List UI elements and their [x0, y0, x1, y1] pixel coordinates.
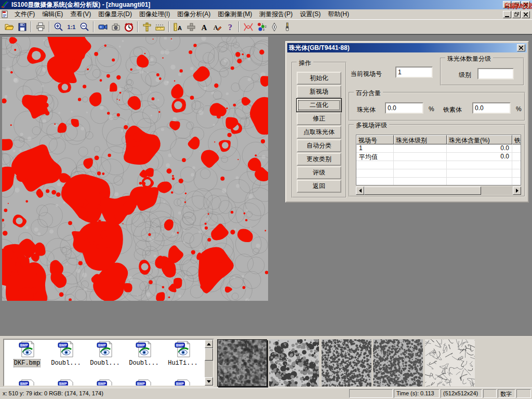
- child-close-button[interactable]: [522, 11, 530, 18]
- auto-classify-button[interactable]: 自动分类: [297, 139, 341, 152]
- dialog-title-bar[interactable]: 珠光体(GB/T9441-88): [287, 43, 527, 52]
- file-item-partial[interactable]: BMP: [9, 379, 45, 385]
- scrollbar-thumb[interactable]: [364, 187, 481, 195]
- file-item[interactable]: BMP Doubl...: [48, 341, 84, 367]
- annotate-button[interactable]: A: [210, 21, 223, 33]
- header-pearlite-grade[interactable]: 珠光体级别: [394, 135, 447, 144]
- metallographic-image[interactable]: [2, 37, 268, 301]
- scroll-down-button[interactable]: [205, 377, 213, 385]
- file-name[interactable]: HuiTi...: [168, 360, 198, 367]
- header-view-no[interactable]: 视场号: [356, 135, 394, 144]
- toolbar-separator: [168, 21, 169, 32]
- pen-button[interactable]: [268, 21, 281, 33]
- menu-settings[interactable]: 设置(S): [296, 9, 324, 20]
- pick-pearlite-button[interactable]: 点取珠光体: [297, 126, 341, 139]
- file-list[interactable]: BMP DKF.bmp BMP Doubl...: [3, 339, 214, 387]
- text-button[interactable]: A: [197, 21, 210, 33]
- zoom-in-button[interactable]: [52, 21, 65, 33]
- file-item-partial[interactable]: BMP: [87, 379, 123, 385]
- save-button[interactable]: [16, 21, 29, 33]
- ferrite-label: 铁素体: [443, 105, 462, 114]
- current-view-input[interactable]: [395, 66, 433, 78]
- operations-group-label: 操作: [297, 59, 313, 68]
- table-row[interactable]: 1 0.0: [356, 144, 521, 153]
- menu-image-measure[interactable]: 图像测量(M): [214, 9, 256, 20]
- menu-file[interactable]: 文件(F): [11, 9, 38, 20]
- file-name[interactable]: Doubl...: [129, 360, 159, 367]
- menu-edit[interactable]: 编辑(E): [38, 9, 66, 20]
- file-item[interactable]: BMP DKF.bmp: [9, 341, 45, 367]
- thumbnail-image-2[interactable]: [269, 339, 319, 387]
- menu-help[interactable]: 帮助(H): [324, 9, 353, 20]
- file-name[interactable]: Doubl...: [51, 360, 81, 367]
- camera-capture-button[interactable]: [109, 21, 122, 33]
- svg-text:2: 2: [265, 25, 267, 28]
- scroll-left-button[interactable]: [356, 187, 364, 195]
- thumbnail-image-5[interactable]: [425, 339, 475, 387]
- bmp-file-icon: BMP: [97, 341, 113, 357]
- actual-size-button[interactable]: 1:1: [65, 21, 78, 33]
- menu-image-display[interactable]: 图像显示(D): [95, 9, 136, 20]
- file-list-scrollbar[interactable]: [205, 340, 213, 385]
- document-icon[interactable]: [1, 10, 9, 18]
- multi-view-table[interactable]: 视场号 珠光体级别 珠光体含量(%) 铁素体含量(%) 1 0.0 平均值: [356, 135, 521, 185]
- bmp-file-icon: BMP: [19, 341, 35, 357]
- file-item[interactable]: BMP HuiTi...: [165, 341, 201, 367]
- scroll-up-button[interactable]: [205, 340, 213, 348]
- zoom-out-button[interactable]: [78, 21, 91, 33]
- thumbnail-image-3[interactable]: [322, 339, 371, 387]
- file-item[interactable]: BMP Doubl...: [126, 341, 162, 367]
- menu-image-process[interactable]: 图像处理(I): [136, 9, 174, 20]
- initialize-button[interactable]: 初始化: [297, 72, 341, 85]
- file-item-partial[interactable]: BMP: [126, 379, 162, 385]
- video-capture-button[interactable]: [96, 21, 109, 33]
- return-button[interactable]: 返回: [297, 180, 341, 193]
- dialog-close-button[interactable]: [517, 44, 525, 51]
- grade-input[interactable]: [477, 68, 514, 79]
- child-minimize-button[interactable]: [503, 11, 511, 18]
- header-pearlite-content[interactable]: 珠光体含量(%): [447, 135, 512, 144]
- table-row-empty: [356, 169, 521, 178]
- file-name[interactable]: Doubl...: [90, 360, 120, 367]
- new-view-button[interactable]: 新视场: [297, 85, 341, 98]
- table-horizontal-scrollbar[interactable]: [356, 187, 521, 195]
- measure-text-button[interactable]: A: [171, 21, 184, 33]
- status-panel-empty: [483, 389, 497, 398]
- scroll-right-button[interactable]: [513, 187, 521, 195]
- multi-view-group-label: 多视场评级: [354, 121, 389, 130]
- file-item-partial[interactable]: BMP: [165, 379, 201, 385]
- scrollbar-thumb[interactable]: [205, 348, 213, 361]
- merge-grid-button[interactable]: [184, 21, 197, 33]
- save-floppy-icon: [17, 22, 28, 32]
- timer-button[interactable]: [122, 21, 135, 33]
- caliper-button[interactable]: [140, 21, 153, 33]
- thumbnail-image-1[interactable]: [217, 339, 267, 387]
- menu-measure-report[interactable]: 测量报告(P): [256, 9, 296, 20]
- header-ferrite-content[interactable]: 铁素体含量(%): [512, 135, 521, 144]
- print-button[interactable]: [34, 21, 47, 33]
- video-camera-icon: [98, 22, 108, 32]
- brush-button[interactable]: [281, 21, 294, 33]
- ferrite-percent-input[interactable]: [472, 102, 511, 114]
- thumbnail-image-4[interactable]: [373, 339, 423, 387]
- ruler-button[interactable]: [153, 21, 166, 33]
- child-restore-button[interactable]: [512, 11, 521, 18]
- spline-cut-button[interactable]: [242, 21, 255, 33]
- correct-button[interactable]: 修正: [297, 112, 341, 125]
- scrollbar-track[interactable]: [481, 187, 513, 195]
- help-button[interactable]: ?: [223, 21, 236, 33]
- file-item[interactable]: BMP Doubl...: [87, 341, 123, 367]
- annotate-icon: A: [212, 22, 222, 32]
- open-button[interactable]: [3, 21, 16, 33]
- particle-classify-button[interactable]: 1 2 3: [255, 21, 268, 33]
- menu-image-analysis[interactable]: 图像分析(A): [174, 9, 214, 20]
- rate-button[interactable]: 评级: [297, 166, 341, 179]
- toolbar-separator: [93, 21, 94, 32]
- binarize-button[interactable]: 二值化: [297, 99, 341, 112]
- pearlite-percent-input[interactable]: [385, 102, 423, 114]
- change-class-button[interactable]: 更改类别: [297, 153, 341, 166]
- file-name[interactable]: DKF.bmp: [14, 360, 40, 367]
- file-item-partial[interactable]: BMP: [48, 379, 84, 385]
- table-row[interactable]: 平均值 0.0: [356, 153, 521, 161]
- menu-view[interactable]: 查看(V): [66, 9, 95, 20]
